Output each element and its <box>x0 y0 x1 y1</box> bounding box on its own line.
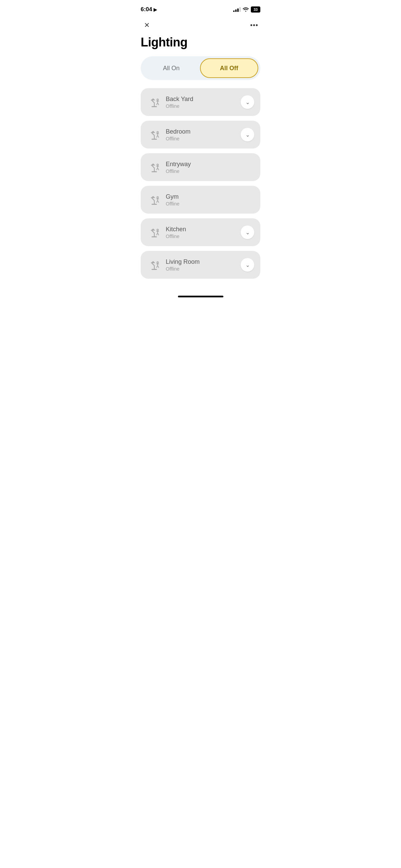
signal-icon <box>233 7 241 12</box>
home-indicator <box>134 289 267 301</box>
room-info: EntrywayOffline <box>166 161 254 174</box>
expand-button[interactable]: ⌄ <box>241 258 254 272</box>
svg-rect-9 <box>154 135 155 139</box>
all-off-label: All Off <box>220 65 238 72</box>
room-status: Offline <box>166 201 254 206</box>
room-status: Offline <box>166 266 241 272</box>
svg-line-39 <box>158 233 159 235</box>
toggle-bar: All On All Off <box>141 56 260 80</box>
lamp-icon <box>147 225 162 240</box>
svg-rect-41 <box>154 265 155 269</box>
all-on-label: All On <box>163 65 180 72</box>
room-name: Entryway <box>166 161 254 168</box>
clock: 6:04 <box>141 6 152 13</box>
expand-button[interactable]: ⌄ <box>241 95 254 109</box>
page-title: Lighting <box>134 33 267 56</box>
close-button[interactable]: ✕ <box>141 19 153 31</box>
room-card[interactable]: KitchenOffline⌄ <box>141 218 260 246</box>
room-name: Kitchen <box>166 226 241 233</box>
chevron-down-icon: ⌄ <box>245 99 250 105</box>
more-dots-icon: ••• <box>250 21 258 29</box>
lamp-icon <box>147 95 162 110</box>
svg-rect-1 <box>154 103 155 106</box>
lamp-icon <box>147 160 162 175</box>
room-info: Living RoomOffline <box>166 258 241 272</box>
room-name: Living Room <box>166 258 241 265</box>
status-bar: 6:04 ▶ 33 <box>134 0 267 16</box>
status-icons: 33 <box>233 6 260 13</box>
room-name: Bedroom <box>166 128 241 135</box>
all-off-button[interactable]: All Off <box>200 58 259 78</box>
expand-button[interactable]: ⌄ <box>241 128 254 141</box>
svg-line-15 <box>158 135 159 137</box>
lamp-icon <box>147 192 162 207</box>
home-bar <box>178 296 223 297</box>
close-icon: ✕ <box>144 21 150 29</box>
room-status: Offline <box>166 169 254 174</box>
room-info: KitchenOffline <box>166 226 241 239</box>
chevron-down-icon: ⌄ <box>245 262 250 268</box>
svg-line-31 <box>158 200 159 202</box>
header: ✕ ••• <box>134 16 267 33</box>
svg-line-26 <box>152 198 154 200</box>
more-options-button[interactable]: ••• <box>248 19 260 31</box>
svg-line-2 <box>152 100 154 103</box>
room-status: Offline <box>166 103 241 109</box>
svg-line-23 <box>158 168 159 170</box>
room-info: GymOffline <box>166 193 254 206</box>
svg-line-42 <box>152 263 154 265</box>
lamp-icon <box>147 257 162 272</box>
room-card[interactable]: GymOffline <box>141 186 260 214</box>
room-card[interactable]: Back YardOffline⌄ <box>141 88 260 116</box>
svg-rect-17 <box>154 168 155 172</box>
room-name: Back Yard <box>166 96 241 103</box>
room-list: Back YardOffline⌄ BedroomOffline⌄ <box>134 88 267 279</box>
room-info: Back YardOffline <box>166 96 241 109</box>
room-card[interactable]: EntrywayOffline <box>141 153 260 181</box>
svg-line-7 <box>158 103 159 105</box>
room-status: Offline <box>166 234 241 239</box>
svg-rect-25 <box>154 200 155 204</box>
lamp-icon <box>147 127 162 142</box>
room-card[interactable]: BedroomOffline⌄ <box>141 121 260 149</box>
chevron-down-icon: ⌄ <box>245 132 250 138</box>
room-info: BedroomOffline <box>166 128 241 141</box>
chevron-down-icon: ⌄ <box>245 229 250 236</box>
svg-line-10 <box>152 133 154 135</box>
status-time: 6:04 ▶ <box>141 6 157 13</box>
room-card[interactable]: Living RoomOffline⌄ <box>141 251 260 279</box>
all-on-button[interactable]: All On <box>143 58 200 78</box>
battery-icon: 33 <box>251 6 260 13</box>
room-name: Gym <box>166 193 254 200</box>
svg-rect-33 <box>154 233 155 237</box>
svg-line-34 <box>152 231 154 233</box>
room-status: Offline <box>166 136 241 141</box>
location-arrow-icon: ▶ <box>154 7 157 12</box>
svg-line-18 <box>152 165 154 168</box>
svg-line-47 <box>158 265 159 268</box>
wifi-icon <box>243 7 249 13</box>
expand-button[interactable]: ⌄ <box>241 225 254 239</box>
